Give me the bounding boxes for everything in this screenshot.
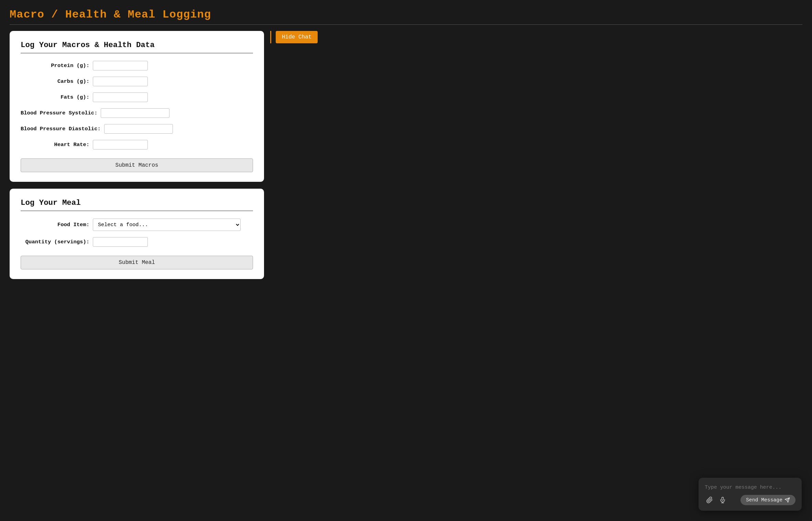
submit-macros-button[interactable]: Submit Macros (21, 158, 253, 172)
chat-left-icons (705, 495, 727, 505)
protein-row: Protein (g): (21, 61, 253, 70)
carbs-label: Carbs (g): (21, 78, 93, 85)
quantity-row: Quantity (servings): (21, 237, 253, 247)
attach-icon-button[interactable] (705, 495, 714, 505)
chat-actions-row: Send Message (705, 495, 795, 505)
protein-label: Protein (g): (21, 63, 93, 69)
fats-label: Fats (g): (21, 94, 93, 100)
heart-rate-row: Heart Rate: (21, 140, 253, 149)
bp-diastolic-label: Blood Pressure Diastolic: (21, 126, 104, 132)
bp-diastolic-input[interactable] (104, 124, 173, 134)
send-message-label: Send Message (746, 497, 782, 503)
bp-systolic-label: Blood Pressure Systolic: (21, 110, 101, 116)
carbs-row: Carbs (g): (21, 77, 253, 86)
fats-row: Fats (g): (21, 92, 253, 102)
macros-card-divider (21, 53, 253, 53)
microphone-icon-button[interactable] (718, 495, 727, 505)
protein-input[interactable] (93, 61, 148, 70)
paperclip-icon (706, 497, 713, 503)
chat-box: Send Message (699, 478, 802, 511)
heart-rate-input[interactable] (93, 140, 148, 149)
macros-card: Log Your Macros & Health Data Protein (g… (10, 31, 264, 182)
microphone-icon (719, 497, 726, 503)
carbs-input[interactable] (93, 77, 148, 86)
food-item-row: Food Item: Select a food... (21, 219, 253, 231)
chat-message-input[interactable] (705, 483, 795, 491)
bp-diastolic-row: Blood Pressure Diastolic: (21, 124, 253, 134)
meal-card: Log Your Meal Food Item: Select a food..… (10, 189, 264, 279)
fats-input[interactable] (93, 92, 148, 102)
right-panel: Hide Chat (270, 31, 387, 43)
orange-vertical-line (270, 31, 271, 43)
meal-card-divider (21, 211, 253, 211)
quantity-input[interactable] (93, 237, 148, 247)
bp-systolic-input[interactable] (101, 108, 169, 118)
hide-chat-button[interactable]: Hide Chat (276, 31, 318, 43)
submit-meal-button[interactable]: Submit Meal (21, 256, 253, 269)
main-content: Log Your Macros & Health Data Protein (g… (10, 31, 264, 279)
title-divider (10, 24, 802, 25)
bp-systolic-row: Blood Pressure Systolic: (21, 108, 253, 118)
chat-input-row (705, 483, 795, 491)
send-message-button[interactable]: Send Message (740, 495, 795, 505)
send-icon (784, 497, 790, 503)
svg-rect-0 (722, 497, 724, 500)
heart-rate-label: Heart Rate: (21, 142, 93, 148)
quantity-label: Quantity (servings): (21, 239, 93, 245)
food-item-select[interactable]: Select a food... (93, 219, 241, 231)
page-title: Macro / Health & Meal Logging (10, 8, 802, 21)
macros-card-title: Log Your Macros & Health Data (21, 41, 253, 49)
food-item-label: Food Item: (21, 222, 93, 228)
meal-card-title: Log Your Meal (21, 198, 253, 207)
